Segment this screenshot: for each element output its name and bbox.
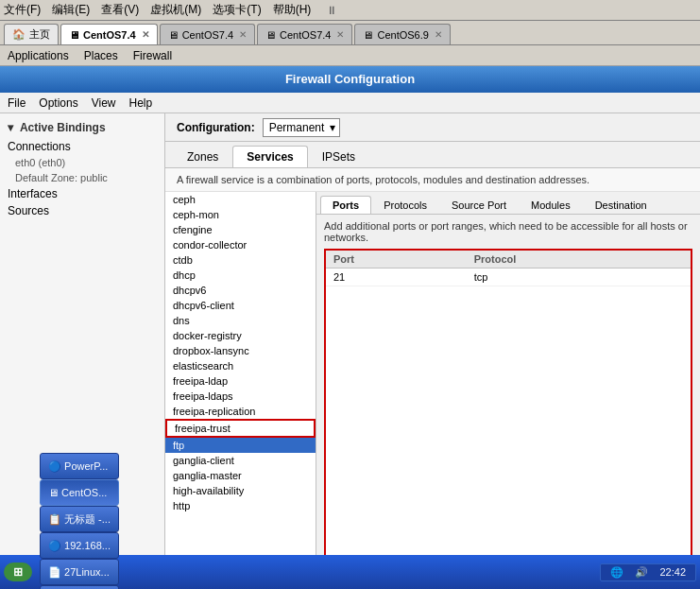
port-desc-text: Add additional ports or port ranges, whi… — [324, 220, 688, 243]
tab-icon-1: 🖥 — [69, 29, 79, 41]
services-ports-area: cephceph-moncfenginecondor-collectorctdb… — [165, 192, 700, 566]
service-item[interactable]: ceph — [165, 192, 316, 207]
wmenu-help[interactable]: Help — [129, 96, 153, 110]
menu-tabs[interactable]: 选项卡(T) — [213, 2, 261, 18]
tab-close-2[interactable]: ✕ — [239, 29, 247, 40]
sidebar-header-text: Active Bindings — [20, 121, 106, 134]
service-item[interactable]: cfengine — [165, 222, 316, 237]
taskbar-button[interactable]: 🖥 CentOS... — [40, 479, 119, 506]
protocol-value: tcp — [467, 269, 691, 286]
config-bar: Configuration: Permanent — [165, 113, 700, 142]
menu-edit[interactable]: 编辑(E) — [52, 2, 90, 18]
start-icon: ⊞ — [13, 565, 23, 579]
start-button[interactable]: ⊞ — [4, 563, 32, 581]
service-item[interactable]: dropbox-lansync — [165, 343, 316, 358]
service-item[interactable]: high-availability — [165, 483, 316, 498]
config-label: Configuration: — [177, 121, 255, 134]
tab-home[interactable]: 🏠 主页 — [4, 24, 59, 44]
service-item[interactable]: dns — [165, 313, 316, 328]
tab-home-label: 主页 — [29, 27, 50, 42]
services-description: A firewall service is a combination of p… — [165, 168, 700, 192]
tab-services[interactable]: Services — [232, 146, 307, 167]
service-item[interactable]: freeipa-replication — [165, 404, 316, 419]
tab-label-4: CentOS6.9 — [377, 29, 428, 41]
service-item[interactable]: freeipa-trust — [165, 419, 316, 438]
tab-close-4[interactable]: ✕ — [435, 29, 442, 40]
service-item[interactable]: ganglia-master — [165, 468, 316, 483]
service-item[interactable]: docker-registry — [165, 328, 316, 343]
service-item[interactable]: dhcpv6-client — [165, 298, 316, 313]
port-description: Add additional ports or port ranges, whi… — [316, 215, 700, 249]
services-list: cephceph-moncfenginecondor-collectorctdb… — [165, 192, 316, 566]
sidebar-sources-label: Sources — [8, 204, 49, 217]
taskbar-button[interactable]: 🔵 192.168... — [40, 532, 119, 559]
sidebar-sources[interactable]: Sources — [0, 202, 164, 219]
toolbar-places[interactable]: Places — [84, 49, 118, 62]
tab-icon-2: 🖥 — [168, 29, 179, 41]
sidebar-interfaces[interactable]: Interfaces — [0, 185, 164, 202]
menu-file[interactable]: 文件(F) — [4, 2, 41, 18]
taskbar-button[interactable]: 📄 27Linux... — [40, 559, 119, 585]
window-menubar: File Options View Help — [0, 93, 700, 113]
tab-centos69[interactable]: 🖥 CentOS6.9 ✕ — [354, 24, 450, 44]
sidebar-connections[interactable]: Connections — [0, 138, 164, 155]
tray-vol-icon[interactable]: 🔊 — [635, 566, 648, 579]
toolbar-applications[interactable]: Applications — [8, 49, 69, 62]
tray-net-icon[interactable]: 🌐 — [610, 566, 623, 579]
taskbar-button[interactable]: 🔵 PowerP... — [40, 453, 119, 479]
port-tab-protocols[interactable]: Protocols — [371, 196, 439, 214]
menu-help[interactable]: 帮助(H) — [273, 2, 312, 18]
tray-time: 22:42 — [659, 566, 686, 578]
table-row: 21tcp — [326, 269, 691, 286]
tab-ipsets[interactable]: IPSets — [308, 146, 369, 167]
service-item[interactable]: ceph-mon — [165, 207, 316, 222]
taskbar-buttons: 🔵 PowerP...🖥 CentOS...📋 无标题 -...🔵 192.16… — [38, 453, 121, 589]
taskbar-button[interactable]: 📋 无标题 -... — [40, 506, 119, 532]
wmenu-view[interactable]: View — [92, 96, 116, 110]
service-item[interactable]: ctdb — [165, 252, 316, 268]
tab-centos74-1[interactable]: 🖥 CentOS7.4 ✕ — [60, 24, 158, 44]
tab-centos74-2[interactable]: 🖥 CentOS7.4 ✕ — [160, 24, 255, 44]
sidebar-eth0-label: eth0 (eth0) — [15, 157, 65, 168]
wmenu-options[interactable]: Options — [39, 96, 77, 110]
col-port: Port — [326, 251, 467, 269]
tab-zones[interactable]: Zones — [173, 146, 232, 167]
sidebar-zone: Default Zone: public — [0, 170, 164, 185]
service-item[interactable]: elasticsearch — [165, 358, 316, 373]
sidebar-interfaces-label: Interfaces — [8, 187, 58, 200]
toolbar-firewall[interactable]: Firewall — [133, 49, 172, 62]
service-item[interactable]: condor-collector — [165, 237, 316, 252]
sidebar-header: ▾ Active Bindings — [0, 117, 164, 138]
tab-label-1: CentOS7.4 — [83, 29, 136, 41]
menu-vm[interactable]: 虚拟机(M) — [150, 2, 201, 18]
service-item[interactable]: http — [165, 498, 316, 513]
port-table-container: Port Protocol 21tcp — [324, 249, 692, 566]
config-value: Permanent — [269, 121, 325, 134]
description-text: A firewall service is a combination of p… — [177, 174, 589, 185]
sidebar-connections-section: Connections eth0 (eth0) Default Zone: pu… — [0, 138, 164, 219]
sidebar-zone-text: Default Zone: public — [15, 172, 108, 183]
wmenu-file[interactable]: File — [8, 96, 26, 110]
service-item[interactable]: freeipa-ldap — [165, 373, 316, 389]
menu-view[interactable]: 查看(V) — [101, 2, 139, 18]
taskbar-right: 🌐 🔊 22:42 — [600, 563, 696, 581]
service-item[interactable]: dhcpv6 — [165, 283, 316, 298]
tab-label-2: CentOS7.4 — [182, 29, 233, 41]
right-panel: Configuration: Permanent Zones Services … — [165, 113, 700, 566]
port-tab-ports[interactable]: Ports — [320, 196, 371, 214]
collapse-icon[interactable]: ▾ — [8, 121, 13, 134]
service-item[interactable]: ftp — [165, 438, 316, 453]
taskbar-button[interactable]: V6 VNC Se... — [40, 585, 119, 589]
port-tab-modules[interactable]: Modules — [519, 196, 583, 214]
tab-close-1[interactable]: ✕ — [142, 29, 149, 40]
service-item[interactable]: dhcp — [165, 268, 316, 283]
ports-panel: Ports Protocols Source Port Modules Dest… — [316, 192, 700, 566]
sidebar-eth0[interactable]: eth0 (eth0) — [0, 155, 164, 170]
tab-centos74-3[interactable]: 🖥 CentOS7.4 ✕ — [257, 24, 352, 44]
tab-close-3[interactable]: ✕ — [336, 29, 344, 40]
port-tab-sourceport[interactable]: Source Port — [439, 196, 519, 214]
service-item[interactable]: freeipa-ldaps — [165, 389, 316, 404]
config-dropdown[interactable]: Permanent — [263, 118, 341, 137]
service-item[interactable]: ganglia-client — [165, 453, 316, 468]
port-tab-destination[interactable]: Destination — [583, 196, 659, 214]
